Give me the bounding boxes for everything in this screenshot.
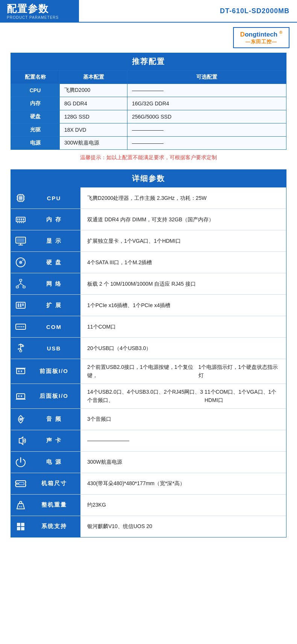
weight-icon: KG (14, 498, 27, 512)
detail-value-cell: 扩展独立显卡，1个VGA口、1个HDMI口 (80, 230, 286, 251)
recommend-basic: 300W航嘉电源 (60, 137, 127, 150)
detail-value-cell: 20个USB口（4个USB3.0） (80, 338, 286, 359)
svg-rect-78 (21, 527, 24, 530)
recommend-label: 内存 (11, 97, 60, 110)
detail-row: 后面板I/O 14个USB2.0口、4个USB3.0口、2个RJ45网口、3个音… (11, 384, 286, 409)
recommend-optional: —————— (127, 123, 286, 137)
svg-line-35 (21, 283, 24, 286)
detail-value-cell: 430(带耳朵480)*480*177mm（宽*深*高） (80, 473, 286, 494)
svg-rect-67 (19, 483, 24, 485)
detail-section: 详细参数 CPU 飞腾D2000处理器，工作主频 2.3GHz，功耗：25W 内… (11, 169, 286, 537)
svg-point-44 (23, 326, 24, 327)
page-header: 配置参数 PRODUCT PARAMETERS DT-610L-SD2000MB (0, 0, 297, 23)
header-left: 配置参数 PRODUCT PARAMETERS (0, 0, 79, 22)
detail-label-cell: 电 源 (11, 452, 80, 473)
detail-value-cell: 1个PCIe x16插槽、1个PCIe x4插槽 (80, 295, 286, 316)
recommend-table: 配置名称 基本配置 可选配置 CPU 飞腾D2000 —————— 内存 8G … (11, 70, 286, 150)
soundcard-icon (14, 434, 27, 448)
svg-point-66 (17, 483, 18, 484)
svg-rect-32 (23, 286, 25, 288)
expand-icon (14, 298, 27, 312)
detail-label-cell: KG 整机重量 (11, 495, 80, 516)
svg-rect-1 (19, 196, 23, 200)
detail-label-text: 硬 盘 (30, 259, 77, 266)
os-icon (14, 520, 27, 533)
detail-row: 前面板I/O 2个前置USB2.0接口，1个电源按键，1个复位键，1个电源指示灯… (11, 359, 286, 384)
svg-rect-55 (18, 370, 20, 372)
detail-row: 内 存 双通道 DDR4 内存 DIMM，可支持 32GB（国产内存） (11, 209, 286, 230)
detail-value-cell: 11个COM口 (80, 316, 286, 337)
svg-rect-16 (19, 218, 20, 221)
network-icon (14, 277, 27, 291)
detail-label-cell: CPU (11, 187, 80, 209)
detail-label-cell: 音 频 (11, 409, 80, 430)
recommend-optional: —————— (127, 137, 286, 150)
svg-rect-31 (16, 286, 18, 288)
svg-point-42 (20, 326, 21, 327)
memory-icon (14, 213, 27, 226)
detail-row: USB 20个USB口（4个USB3.0） (11, 338, 286, 359)
svg-line-34 (17, 283, 21, 286)
detail-label-text: 声 卡 (30, 437, 77, 444)
detail-title: 详细参数 (11, 170, 286, 187)
svg-rect-62 (21, 395, 22, 397)
detail-value-cell: 14个USB2.0口、4个USB3.0口、2个RJ45网口、3个音频口、11个C… (80, 384, 286, 408)
frontio-icon (14, 364, 27, 378)
recommend-label: CPU (11, 84, 60, 97)
svg-rect-30 (20, 279, 22, 281)
logo-sub: —东田工控— (245, 38, 277, 45)
recommend-row: 内存 8G DDR4 16G/32G DDR4 (11, 97, 286, 110)
header-title-cn: 配置参数 (7, 2, 72, 15)
detail-row: 硬 盘 4个SATA III口，1个M.2插槽 (11, 252, 286, 273)
svg-rect-56 (21, 370, 22, 372)
recommend-basic: 8G DDR4 (60, 97, 127, 110)
svg-rect-61 (18, 395, 20, 397)
detail-rows: CPU 飞腾D2000处理器，工作主频 2.3GHz，功耗：25W 内 存 双通… (11, 187, 286, 537)
detail-row: 音 频 3个音频口 (11, 409, 286, 430)
svg-rect-75 (17, 523, 20, 526)
detail-row: 网 络 板载 2 个 10M/100M/1000M 自适应 RJ45 接口 (11, 273, 286, 295)
detail-value-cell: 约23KG (80, 495, 286, 516)
detail-label-text: 音 频 (30, 416, 77, 423)
header-model: DT-610L-SD2000MB (79, 0, 297, 22)
recommend-basic: 18X DVD (60, 123, 127, 137)
detail-value-cell: 3个音频口 (80, 409, 286, 430)
detail-label-cell: 显 示 (11, 230, 80, 251)
detail-value-cell: 4个SATA III口，1个M.2插槽 (80, 252, 286, 273)
detail-value-cell: 板载 2 个 10M/100M/1000M 自适应 RJ45 接口 (80, 273, 286, 294)
svg-rect-17 (21, 218, 22, 221)
svg-rect-39 (22, 303, 24, 306)
cpu-icon (14, 191, 27, 205)
detail-row: 机箱尺寸 430(带耳朵480)*480*177mm（宽*深*高） (11, 473, 286, 495)
detail-label-text: 内 存 (30, 216, 77, 223)
detail-label-text: 显 示 (30, 238, 77, 245)
detail-label-text: 网 络 (30, 280, 77, 288)
detail-row: KG 整机重量 约23KG (11, 495, 286, 516)
detail-label-text: CPU (30, 195, 77, 201)
recommend-row: 光驱 18X DVD —————— (11, 123, 286, 137)
svg-rect-38 (20, 303, 21, 307)
recommend-title: 推荐配置 (11, 53, 286, 70)
detail-row: CPU 飞腾D2000处理器，工作主频 2.3GHz，功耗：25W (11, 187, 286, 209)
recommend-optional: 256G/500G SSD (127, 110, 286, 123)
svg-rect-49 (18, 349, 19, 350)
recommend-basic: 128G SSD (60, 110, 127, 123)
recommend-row: 硬盘 128G SSD 256G/500G SSD (11, 110, 286, 123)
detail-label-text: USB (30, 345, 77, 352)
svg-rect-18 (23, 218, 24, 221)
detail-label-cell: 声 卡 (11, 430, 80, 451)
detail-label-text: 整机重量 (30, 501, 77, 509)
detail-value-cell: 银河麒麟V10、统信UOS 20 (80, 516, 286, 537)
detail-label-text: 后面板I/O (30, 393, 77, 400)
svg-point-28 (19, 261, 22, 264)
chassis-icon (14, 477, 27, 490)
detail-label-cell: 网 络 (11, 273, 80, 294)
power-icon (14, 455, 27, 469)
recommend-row: 电源 300W航嘉电源 —————— (11, 137, 286, 150)
detail-label-text: COM (30, 324, 77, 330)
detail-label-cell: 后面板I/O (11, 384, 80, 408)
detail-label-text: 系统支持 (30, 523, 77, 530)
col-basic: 基本配置 (60, 71, 127, 84)
detail-label-cell: 扩 展 (11, 295, 80, 316)
detail-label-cell: 前面板I/O (11, 359, 80, 384)
